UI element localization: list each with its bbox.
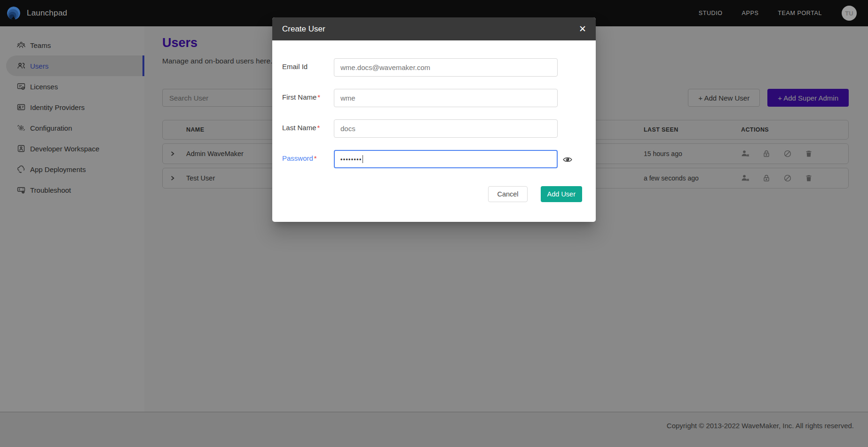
first-name-label: First Name* bbox=[282, 89, 334, 107]
nav-link-studio[interactable]: STUDIO bbox=[699, 10, 723, 16]
password-label: Password* bbox=[282, 150, 334, 168]
create-user-modal: Create User ✕ Email Id First Name* Last … bbox=[272, 17, 596, 222]
email-field-row: Email Id bbox=[282, 58, 596, 77]
show-password-eye-icon[interactable] bbox=[562, 154, 573, 165]
wavemaker-logo-icon bbox=[7, 6, 21, 20]
avatar[interactable]: TU bbox=[842, 6, 857, 21]
modal-body: Email Id First Name* Last Name* Password… bbox=[272, 40, 596, 168]
brand[interactable]: Launchpad bbox=[7, 6, 67, 20]
last-name-label: Last Name* bbox=[282, 119, 334, 138]
first-name-field-row: First Name* bbox=[282, 89, 596, 107]
required-mark: * bbox=[317, 93, 320, 101]
modal-footer: Cancel Add User bbox=[272, 180, 596, 222]
required-mark: * bbox=[314, 154, 317, 162]
cancel-button[interactable]: Cancel bbox=[488, 186, 527, 202]
nav-links: STUDIO APPS TEAM PORTAL bbox=[699, 10, 822, 16]
nav-link-apps[interactable]: APPS bbox=[742, 10, 759, 16]
required-mark: * bbox=[317, 124, 320, 132]
password-field[interactable]: •••••••• bbox=[334, 150, 558, 168]
password-field-row: Password* •••••••• bbox=[282, 150, 596, 168]
add-user-button[interactable]: Add User bbox=[541, 186, 582, 202]
close-icon[interactable]: ✕ bbox=[579, 24, 586, 33]
modal-title: Create User bbox=[282, 24, 325, 34]
modal-header: Create User ✕ bbox=[272, 17, 596, 40]
last-name-field-row: Last Name* bbox=[282, 119, 596, 138]
first-name-field[interactable] bbox=[334, 89, 558, 107]
brand-name: Launchpad bbox=[27, 8, 67, 18]
email-label: Email Id bbox=[282, 58, 334, 77]
last-name-field[interactable] bbox=[334, 119, 558, 138]
text-caret bbox=[363, 155, 363, 163]
nav-link-team-portal[interactable]: TEAM PORTAL bbox=[778, 10, 822, 16]
email-field[interactable] bbox=[334, 58, 558, 77]
masked-password: •••••••• bbox=[340, 156, 362, 163]
